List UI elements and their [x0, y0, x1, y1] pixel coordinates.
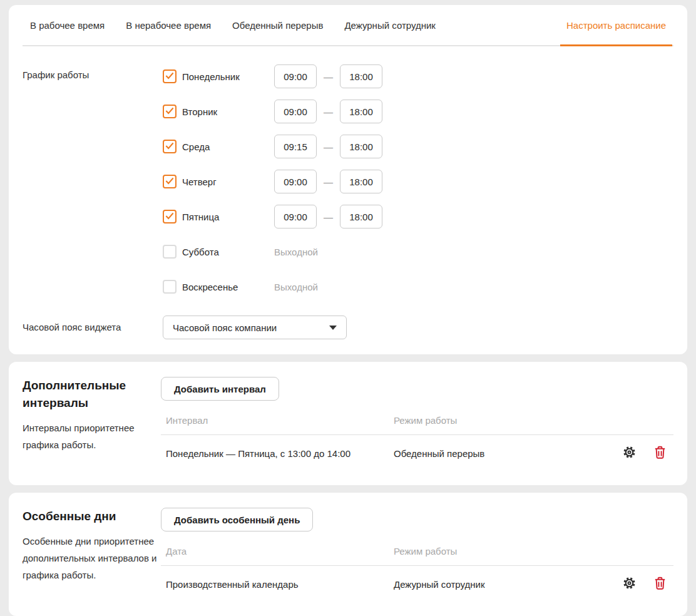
work-schedule-row: График работы Понедельник 09:00 — 18:00 … [23, 59, 673, 304]
day-time-range: 09:15 — 18:00 [274, 135, 382, 158]
day-checkbox[interactable] [163, 105, 177, 118]
tab-non-working-hours[interactable]: В нерабочее время [126, 20, 211, 31]
days-list: Понедельник 09:00 — 18:00 Вторник 09:00 … [163, 59, 673, 304]
tab-duty-employee[interactable]: Дежурный сотрудник [344, 20, 436, 31]
day-off-label: Выходной [274, 282, 318, 292]
timezone-label: Часовой пояс виджета [23, 316, 163, 339]
check-icon [165, 211, 174, 222]
work-schedule-label: График работы [23, 59, 163, 304]
special-days-title: Особенные дни [23, 508, 161, 525]
day-off-label: Выходной [274, 247, 318, 257]
intervals-table-header: Интервал Режим работы [161, 406, 673, 435]
row-primary-cell: Понедельник — Пятница, с 13:00 до 14:00 [166, 448, 394, 459]
intervals-title: Дополнительные интервалы [23, 377, 161, 412]
delete-button[interactable] [654, 446, 666, 461]
time-range-dash: — [324, 141, 333, 152]
time-from-input[interactable]: 09:00 [274, 100, 317, 123]
day-label: Понедельник [182, 71, 274, 82]
time-from-input[interactable]: 09:00 [274, 170, 317, 193]
time-from-input[interactable]: 09:00 [274, 205, 317, 228]
special-days-main: Добавить особенный день Дата Режим работ… [161, 508, 673, 602]
day-time-range: 09:00 — 18:00 [274, 64, 382, 88]
day-label: Воскресенье [182, 282, 274, 292]
column-interval: Интервал [166, 415, 394, 426]
row-mode-cell: Обеденный перерыв [394, 448, 622, 459]
tab-configure-schedule[interactable]: Настроить расписание [566, 5, 666, 45]
special-days-table-header: Дата Режим работы [161, 536, 673, 566]
add-interval-button[interactable]: Добавить интервал [161, 377, 279, 401]
row-primary-cell: Производственный календарь [166, 579, 394, 590]
intervals-card: Дополнительные интервалы Интервалы приор… [9, 362, 687, 485]
time-from-input[interactable]: 09:15 [274, 135, 317, 158]
day-checkbox[interactable] [163, 210, 177, 223]
day-checkbox[interactable] [163, 69, 177, 83]
day-label: Вторник [182, 106, 274, 117]
special-days-info: Особенные дни Особенные дни приоритетнее… [23, 508, 161, 602]
time-range-dash: — [324, 71, 333, 82]
settings-button[interactable] [622, 445, 637, 461]
day-time-range: 09:00 — 18:00 [274, 100, 382, 123]
gear-icon [622, 576, 637, 592]
day-checkbox[interactable] [163, 175, 177, 188]
day-time-range: 09:00 — 18:00 [274, 205, 382, 228]
row-actions [622, 445, 673, 461]
day-checkbox[interactable] [163, 140, 177, 153]
special-days-description: Особенные дни приоритетнее дополнительны… [23, 533, 161, 583]
schedule-card: В рабочее время В нерабочее время Обеден… [9, 5, 687, 354]
table-row: Понедельник — Пятница, с 13:00 до 14:00 … [161, 435, 673, 471]
settings-button[interactable] [622, 576, 637, 592]
time-range-dash: — [324, 177, 333, 187]
day-label: Пятница [182, 212, 274, 222]
trash-icon [654, 446, 666, 461]
check-icon [165, 106, 174, 117]
intervals-info: Дополнительные интервалы Интервалы приор… [23, 377, 161, 471]
time-range-dash: — [324, 212, 333, 222]
mode-tabbar: В рабочее время В нерабочее время Обеден… [23, 5, 673, 46]
day-checkbox[interactable] [163, 280, 177, 294]
time-to-input[interactable]: 18:00 [340, 205, 382, 228]
gear-icon [622, 445, 637, 461]
day-row: Вторник 09:00 — 18:00 [163, 94, 673, 129]
intervals-description: Интервалы приоритетнее графика работы. [23, 419, 161, 453]
timezone-select[interactable]: Часовой пояс компании [163, 316, 347, 339]
delete-button[interactable] [654, 577, 666, 592]
intervals-table-body: Понедельник — Пятница, с 13:00 до 14:00 … [161, 435, 673, 471]
special-days-table-body: Производственный календарь Дежурный сотр… [161, 566, 673, 602]
time-to-input[interactable]: 18:00 [340, 170, 382, 193]
intervals-main: Добавить интервал Интервал Режим работы … [161, 377, 673, 471]
time-range-dash: — [324, 106, 333, 117]
time-from-input[interactable]: 09:00 [274, 64, 317, 88]
day-label: Четверг [182, 177, 274, 187]
time-to-input[interactable]: 18:00 [340, 64, 382, 88]
day-checkbox[interactable] [163, 245, 177, 259]
column-work-mode: Режим работы [394, 546, 673, 557]
row-mode-cell: Дежурный сотрудник [394, 579, 622, 590]
timezone-selected-value: Часовой пояс компании [173, 322, 277, 333]
time-to-input[interactable]: 18:00 [340, 135, 382, 158]
special-days-card: Особенные дни Особенные дни приоритетнее… [9, 493, 687, 616]
day-row: Пятница 09:00 — 18:00 [163, 199, 673, 234]
tab-working-hours[interactable]: В рабочее время [30, 20, 105, 31]
day-label: Среда [182, 141, 274, 152]
day-row: Четверг 09:00 — 18:00 [163, 164, 673, 199]
column-date: Дата [166, 546, 394, 557]
column-work-mode: Режим работы [394, 415, 673, 426]
check-icon [165, 141, 174, 152]
day-row: Понедельник 09:00 — 18:00 [163, 59, 673, 94]
table-row: Производственный календарь Дежурный сотр… [161, 566, 673, 602]
row-actions [622, 576, 673, 592]
day-row: Суббота Выходной [163, 234, 673, 269]
trash-icon [654, 577, 666, 592]
timezone-row: Часовой пояс виджета Часовой пояс компан… [23, 316, 673, 339]
day-time-range: 09:00 — 18:00 [274, 170, 382, 193]
tab-lunch-break[interactable]: Обеденный перерыв [232, 20, 323, 31]
day-row: Среда 09:15 — 18:00 [163, 129, 673, 164]
check-icon [165, 71, 174, 82]
time-to-input[interactable]: 18:00 [340, 100, 382, 123]
schedule-form: График работы Понедельник 09:00 — 18:00 … [23, 46, 673, 339]
chevron-down-icon [329, 326, 337, 330]
check-icon [165, 176, 174, 187]
day-row: Воскресенье Выходной [163, 269, 673, 304]
add-special-day-button[interactable]: Добавить особенный день [161, 508, 313, 531]
day-label: Суббота [182, 247, 274, 257]
